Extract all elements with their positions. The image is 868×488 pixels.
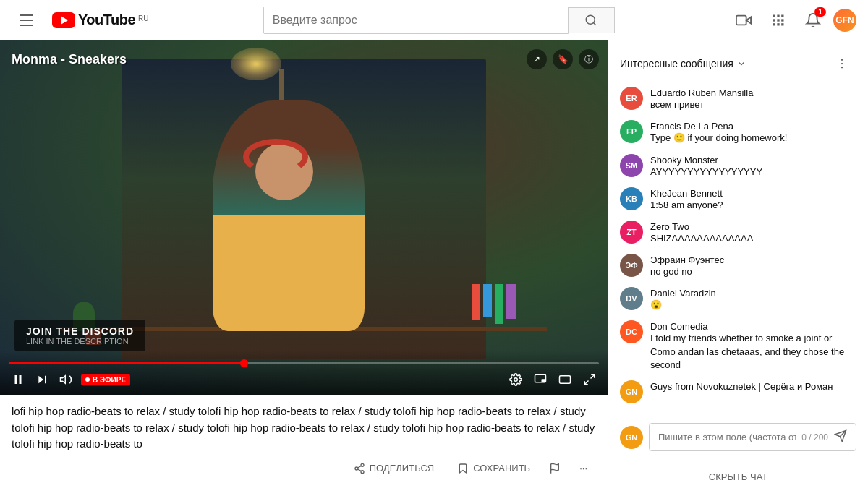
live-dot bbox=[85, 377, 90, 382]
more-actions-button[interactable]: ··· bbox=[571, 458, 596, 478]
flag-button[interactable] bbox=[545, 458, 565, 479]
chat-text-input[interactable] bbox=[658, 432, 796, 442]
svg-rect-20 bbox=[542, 379, 545, 382]
svg-rect-7 bbox=[773, 19, 775, 21]
chat-message-content: Zero Two SHIZAAAAAAAAAAAAA bbox=[650, 221, 856, 245]
theater-mode-button[interactable] bbox=[556, 370, 574, 389]
youtube-country-code: RU bbox=[138, 14, 148, 22]
chat-input-box: 0 / 200 bbox=[649, 423, 856, 451]
send-icon bbox=[834, 429, 847, 442]
bookmark-button[interactable]: 🔖 bbox=[553, 49, 573, 69]
video-title-overlay: Monma - Sneakers bbox=[12, 52, 127, 67]
svg-line-22 bbox=[591, 374, 595, 378]
volume-button[interactable] bbox=[56, 370, 75, 389]
chat-username: Эфраин Фуэнтес bbox=[650, 254, 724, 265]
save-label: СОХРАНИТЬ bbox=[473, 463, 530, 474]
video-player-container: ↗ 🔖 ⓘ Monma - Sneakers JOIN THE DISCORD … bbox=[0, 40, 608, 395]
chat-text: 😮 bbox=[650, 299, 856, 312]
search-input[interactable] bbox=[264, 7, 568, 33]
video-camera-icon bbox=[736, 12, 752, 28]
chat-avatar: FP bbox=[620, 120, 643, 143]
user-avatar[interactable]: GFN bbox=[833, 9, 856, 32]
svg-rect-8 bbox=[777, 19, 779, 21]
svg-line-1 bbox=[594, 22, 596, 25]
chat-more-button[interactable] bbox=[827, 49, 856, 78]
svg-rect-12 bbox=[781, 23, 783, 25]
chat-avatar: SM bbox=[620, 154, 643, 177]
more-vertical-icon bbox=[835, 57, 848, 70]
chat-username: Daniel Varadzin bbox=[650, 288, 716, 299]
chat-avatar: ZT bbox=[620, 221, 643, 244]
chat-message-content: Francis De La Pena Type 🙂 if your doing … bbox=[650, 120, 856, 145]
chat-message-content: Shooky Monster AYYYYYYYYYYYYYYYYY bbox=[650, 154, 856, 179]
share-button[interactable]: ПОДЕЛИТЬСЯ bbox=[345, 458, 443, 479]
discord-title: JOIN THE DISCORD bbox=[26, 325, 134, 337]
svg-marker-15 bbox=[38, 376, 43, 384]
video-camera-button[interactable] bbox=[729, 6, 758, 35]
chat-message-item: KB KheJean Bennett 1:58 am anyone? bbox=[608, 183, 868, 216]
video-actions: ПОДЕЛИТЬСЯ СОХРАНИТЬ ··· bbox=[345, 458, 596, 479]
notifications-button[interactable]: 1 bbox=[799, 6, 827, 35]
chat-username: Francis De La Pena bbox=[650, 121, 733, 132]
chat-text: SHIZAAAAAAAAAAAAA bbox=[650, 232, 856, 245]
miniplayer-button[interactable] bbox=[531, 370, 550, 389]
chat-header-left: Интересные сообщения bbox=[620, 58, 746, 69]
fullscreen-button[interactable] bbox=[580, 370, 599, 389]
next-button[interactable] bbox=[33, 371, 51, 388]
svg-line-28 bbox=[357, 466, 361, 468]
save-button[interactable]: СОХРАНИТЬ bbox=[448, 458, 539, 479]
svg-point-18 bbox=[514, 378, 518, 382]
chat-input-area: GN 0 / 200 bbox=[608, 414, 868, 466]
chat-message-item: ER Eduardo Ruben Mansilla всем привет bbox=[608, 87, 868, 116]
chat-username: KheJean Bennett bbox=[650, 188, 723, 199]
save-icon bbox=[457, 463, 469, 474]
chat-section: Интересные сообщения OF Oscar Fowles ...… bbox=[608, 40, 868, 488]
hamburger-menu-button[interactable] bbox=[12, 6, 41, 35]
hide-chat-button[interactable]: СКРЫТЬ ЧАТ bbox=[709, 471, 768, 482]
info-button[interactable]: ⓘ bbox=[579, 49, 599, 69]
chat-message-item: DV Daniel Varadzin 😮 bbox=[608, 283, 868, 316]
chat-message-content: Эфраин Фуэнтес no god no bbox=[650, 254, 856, 278]
theater-icon bbox=[558, 373, 571, 386]
chat-username: Don Comedia bbox=[650, 321, 708, 332]
fullscreen-icon bbox=[583, 373, 596, 386]
chat-message-content: KheJean Bennett 1:58 am anyone? bbox=[650, 187, 856, 212]
svg-rect-21 bbox=[560, 376, 571, 384]
video-player[interactable]: ↗ 🔖 ⓘ Monma - Sneakers JOIN THE DISCORD … bbox=[0, 40, 608, 395]
progress-fill bbox=[9, 362, 244, 364]
share-label: ПОДЕЛИТЬСЯ bbox=[370, 463, 434, 474]
send-button[interactable] bbox=[834, 429, 847, 445]
svg-point-32 bbox=[841, 67, 843, 68]
search-area bbox=[263, 7, 615, 34]
svg-rect-14 bbox=[20, 375, 22, 384]
settings-button[interactable] bbox=[506, 370, 525, 389]
chat-message-item: ЭФ Эфраин Фуэнтес no god no bbox=[608, 249, 868, 283]
svg-rect-6 bbox=[781, 14, 783, 17]
svg-rect-3 bbox=[736, 15, 746, 25]
main-layout: ↗ 🔖 ⓘ Monma - Sneakers JOIN THE DISCORD … bbox=[0, 40, 868, 488]
chat-avatar: ЭФ bbox=[620, 254, 643, 277]
chat-avatar: KB bbox=[620, 187, 643, 210]
skip-icon bbox=[36, 374, 48, 385]
search-icon bbox=[584, 14, 597, 27]
apps-icon bbox=[771, 13, 786, 27]
pause-icon bbox=[12, 373, 25, 386]
share-icon bbox=[354, 463, 365, 474]
chat-username: Zero Two bbox=[650, 221, 689, 232]
controls-left: В ЭФИРЕ bbox=[9, 370, 130, 389]
video-top-icons: ↗ 🔖 ⓘ bbox=[527, 49, 599, 69]
chat-type-dropdown[interactable]: Интересные сообщения bbox=[620, 58, 746, 69]
search-bar bbox=[263, 7, 569, 34]
chat-message-content: Don Comedia I told my friends whether to… bbox=[650, 320, 856, 372]
play-pause-button[interactable] bbox=[9, 370, 27, 389]
youtube-logo[interactable]: YouTube RU bbox=[52, 12, 149, 28]
search-button[interactable] bbox=[569, 7, 615, 33]
char-count: 0 / 200 bbox=[801, 432, 828, 442]
apps-button[interactable] bbox=[764, 6, 793, 35]
flag-icon bbox=[549, 463, 561, 474]
external-link-button[interactable]: ↗ bbox=[527, 49, 547, 69]
svg-rect-5 bbox=[777, 14, 779, 17]
discord-banner: JOIN THE DISCORD LINK IN THE DESCRIPTION bbox=[14, 320, 145, 351]
video-section: ↗ 🔖 ⓘ Monma - Sneakers JOIN THE DISCORD … bbox=[0, 40, 608, 488]
progress-bar[interactable] bbox=[9, 362, 599, 364]
